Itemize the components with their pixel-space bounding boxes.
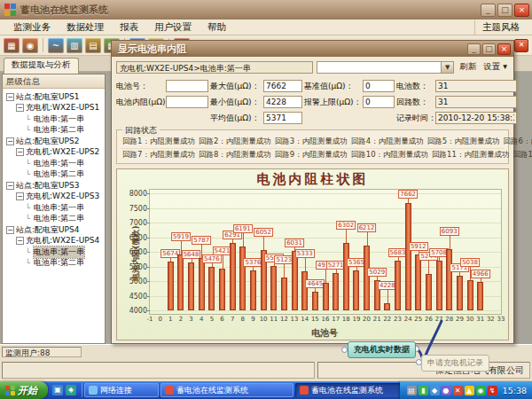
taskbar-button-0[interactable]: 网络连接: [84, 383, 159, 397]
shield-tray-icon[interactable]: ◉: [476, 386, 486, 395]
collapse-icon[interactable]: −: [6, 137, 14, 145]
tree-item[interactable]: └电池串:第二串: [4, 258, 105, 270]
histogram-icon[interactable]: ▥: [66, 38, 82, 53]
bar: [343, 243, 349, 310]
tree-item[interactable]: −站点:配电室UPS1: [4, 91, 105, 103]
battery-string-path: 充电机:WX2E-UPS4>电池串:第一串: [116, 61, 313, 74]
x-axis-tick: 6: [220, 316, 223, 323]
loop-status-group: 回路状态 回路1：内阻测量成功回路2：内阻测量成功回路3：内阻测量成功回路4：内…: [116, 129, 509, 164]
max-value-label: 最大值(μΩ)：: [210, 81, 262, 92]
station-monitor-icon[interactable]: ▦: [4, 38, 20, 53]
tree-item[interactable]: └电池串:第二串: [4, 169, 105, 181]
bar-value-label: 5333: [295, 249, 315, 258]
dialog-maximize-button[interactable]: □: [482, 43, 496, 55]
printer-tray-icon[interactable]: ▤: [407, 386, 417, 395]
bar-label-connector: [428, 261, 429, 274]
bar-label-connector: [398, 257, 399, 261]
loop-status: 回路10：内阻测量成功: [349, 149, 430, 161]
quicklaunch-app-icon[interactable]: ◈: [66, 385, 76, 395]
disconnect-tray-icon[interactable]: ✕: [453, 386, 463, 395]
y-axis-tickmark: [147, 281, 150, 282]
alarm-limit-input[interactable]: [363, 96, 395, 108]
bar: [426, 274, 432, 310]
x-axis-tick: 14: [301, 316, 309, 323]
collapse-icon[interactable]: −: [16, 104, 24, 112]
bar: [250, 270, 256, 310]
network-tray-icon[interactable]: ◆: [430, 386, 440, 395]
update-tray-icon[interactable]: ●: [442, 386, 451, 395]
alarm-icon[interactable]: ◉: [22, 38, 38, 53]
tab-data-analysis[interactable]: 数据提取与分析: [4, 58, 79, 74]
bar: [446, 249, 452, 310]
record-time-field: [435, 112, 517, 124]
tree-item[interactable]: −站点:配电室UPS2: [4, 136, 105, 147]
taskbar-button-1[interactable]: 蓄电池在线监测系统: [160, 383, 293, 397]
bar: [188, 262, 194, 310]
bar: [230, 243, 236, 310]
tree-item[interactable]: └电池串:第一串: [4, 202, 105, 214]
minimize-button[interactable]: _: [481, 4, 496, 17]
start-button[interactable]: 开始: [0, 381, 48, 399]
base-value-input[interactable]: [363, 80, 395, 92]
collapse-icon[interactable]: −: [16, 148, 24, 156]
waveform-icon[interactable]: ~: [48, 38, 64, 53]
tree-item[interactable]: −站点:配电室UPS3: [4, 180, 105, 192]
status-bar-upper: 监测用户:88: [0, 344, 532, 358]
menu-theme-style[interactable]: 主题风格: [474, 20, 527, 35]
avg-value-field[interactable]: [263, 112, 302, 124]
bar-value-label: 5912: [409, 242, 428, 251]
menu-item-0[interactable]: 监测业务: [5, 20, 59, 35]
dialog-close-button[interactable]: ×: [497, 43, 511, 55]
tree-item[interactable]: └电池串:第一串: [4, 246, 105, 258]
menu-item-4[interactable]: 帮助: [200, 20, 234, 35]
bar-label-connector: [346, 230, 347, 243]
tab-close-icon[interactable]: ✕: [514, 39, 528, 52]
tree-item[interactable]: └电池串:第一串: [4, 158, 105, 169]
battery-resistance-input[interactable]: [166, 96, 208, 108]
y-axis-tickmark: [147, 223, 150, 223]
record-select-combobox[interactable]: ▼: [317, 61, 454, 74]
collapse-icon[interactable]: −: [16, 192, 24, 200]
tree-item[interactable]: −充电机:WX2E-UPS4: [4, 236, 105, 247]
close-button[interactable]: ×: [514, 4, 529, 17]
report-icon[interactable]: ▤: [85, 38, 101, 53]
tree-item[interactable]: −充电机:WX2E-UPS1: [4, 103, 105, 114]
tree-item[interactable]: −充电机:WX2E-UPS2: [4, 147, 105, 159]
collapse-icon[interactable]: −: [16, 237, 24, 245]
tree-item-label: 电池串:第一串: [34, 202, 84, 214]
gridline: [150, 193, 501, 194]
menu-item-3[interactable]: 用户设置: [146, 20, 200, 35]
tree-item[interactable]: └电池串:第二串: [4, 125, 105, 137]
refresh-button[interactable]: 刷新: [458, 61, 478, 73]
collapse-icon[interactable]: −: [6, 182, 14, 190]
x-axis-tick: 19: [352, 316, 360, 323]
maximize-button[interactable]: □: [497, 4, 512, 17]
tree-item[interactable]: └电池串:第二串: [4, 214, 105, 225]
bar: [312, 292, 318, 310]
tree-item[interactable]: −站点:配电室UPS4: [4, 224, 105, 236]
bar-value-label: 6093: [440, 227, 459, 236]
bar-label-connector: [325, 270, 326, 283]
settings-button[interactable]: 设置 ▾: [481, 61, 509, 73]
taskbar-button-2[interactable]: 蓄电池在线监测系统: [295, 383, 400, 397]
bar-label-connector: [450, 236, 450, 249]
collapse-icon[interactable]: −: [6, 93, 14, 101]
power-tray-icon[interactable]: ↯: [488, 386, 497, 395]
collapse-icon[interactable]: −: [6, 226, 14, 234]
menu-item-1[interactable]: 数据处理: [59, 20, 112, 35]
tree-item[interactable]: └电池串:第一串: [4, 113, 105, 125]
security-alert-tray-icon[interactable]: ▲: [465, 386, 474, 395]
dialog-minimize-button[interactable]: _: [467, 43, 481, 55]
menu-item-2[interactable]: 报表: [112, 20, 146, 35]
tree-item[interactable]: −充电机:WX2E-UPS3: [4, 192, 105, 203]
quicklaunch-desktop-icon[interactable]: ▣: [52, 385, 63, 395]
battery-tray-icon[interactable]: ▮: [419, 386, 428, 395]
toolbar-separator: [43, 38, 43, 52]
bar-value-label: 6031: [285, 239, 304, 247]
max-value-field[interactable]: [263, 80, 302, 92]
x-axis-tick: 30: [466, 316, 474, 323]
chevron-down-icon[interactable]: ▼: [441, 62, 453, 73]
bar-label-connector: [377, 277, 378, 280]
battery-no-input[interactable]: [166, 80, 208, 92]
min-value-field[interactable]: [263, 96, 302, 108]
